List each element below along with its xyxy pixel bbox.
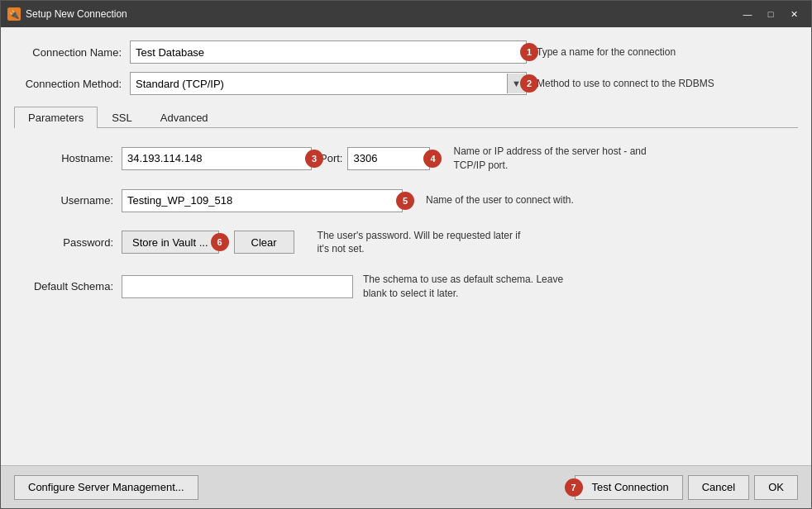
hostname-input-wrap: 3 — [122, 147, 312, 170]
close-button[interactable]: ✕ — [783, 5, 805, 23]
password-hint: The user's password. Will be requested l… — [318, 229, 524, 257]
hostname-hint: Name or IP address of the server host - … — [453, 145, 660, 173]
store-in-vault-button[interactable]: Store in Vault ... — [122, 231, 219, 254]
hostname-input[interactable] — [122, 147, 312, 170]
connection-method-row: Connection Method: Standard (TCP/IP) ▼ 2… — [14, 72, 798, 95]
badge-1: 1 — [520, 43, 538, 61]
hostname-port-group: 3 Port: 4 — [122, 147, 430, 170]
connection-method-select[interactable]: Standard (TCP/IP) — [130, 72, 527, 95]
badge-3: 3 — [305, 150, 323, 168]
port-input-wrap: 4 — [347, 147, 430, 170]
app-icon: 🔌 — [7, 7, 21, 21]
configure-server-button[interactable]: Configure Server Management... — [14, 475, 198, 500]
hostname-label: Hostname: — [14, 152, 122, 164]
schema-input-wrap — [122, 275, 353, 298]
badge-7: 7 — [565, 478, 583, 497]
connection-name-label: Connection Name: — [14, 46, 130, 59]
parameters-form: Hostname: 3 Port: 4 Name or IP address o… — [14, 145, 798, 309]
footer-right: 7 Test Connection Cancel OK — [575, 475, 799, 500]
dialog-footer: Configure Server Management... 7 Test Co… — [1, 465, 811, 508]
connection-method-select-wrap: Standard (TCP/IP) ▼ 2 — [130, 72, 527, 95]
tab-content-parameters: Hostname: 3 Port: 4 Name or IP address o… — [14, 138, 798, 452]
connection-method-label: Connection Method: — [14, 78, 130, 90]
badge-2: 2 — [520, 74, 538, 93]
hostname-row: Hostname: 3 Port: 4 Name or IP address o… — [14, 145, 798, 173]
username-hint: Name of the user to connect with. — [426, 193, 574, 207]
port-label: Port: — [320, 152, 342, 164]
connection-name-field-wrap: 1 — [130, 40, 527, 64]
tab-ssl[interactable]: SSL — [98, 107, 146, 128]
schema-input[interactable] — [122, 275, 353, 298]
tab-bar: Parameters SSL Advanced — [14, 107, 798, 128]
main-window: 🔌 Setup New Connection — □ ✕ Connection … — [0, 0, 812, 509]
minimize-button[interactable]: — — [737, 5, 758, 23]
badge-5: 5 — [396, 192, 414, 210]
username-input-wrap: 5 — [122, 189, 403, 212]
connection-name-row: Connection Name: 1 Type a name for the c… — [14, 40, 798, 64]
connection-name-hint: Type a name for the connection — [537, 45, 676, 59]
password-buttons: Store in Vault ... 6 Clear — [122, 231, 294, 254]
username-label: Username: — [14, 194, 122, 207]
title-bar: 🔌 Setup New Connection — □ ✕ — [1, 1, 811, 27]
cancel-button[interactable]: Cancel — [688, 475, 749, 500]
dialog-content: Connection Name: 1 Type a name for the c… — [1, 27, 811, 465]
clear-button[interactable]: Clear — [234, 231, 294, 254]
test-connection-wrap: 7 Test Connection — [575, 475, 683, 500]
window-controls: — □ ✕ — [737, 5, 805, 23]
schema-label: Default Schema: — [14, 280, 122, 293]
username-row: Username: 5 Name of the user to connect … — [14, 189, 798, 212]
schema-row: Default Schema: The schema to use as def… — [14, 273, 798, 301]
password-row: Password: Store in Vault ... 6 Clear The… — [14, 229, 798, 257]
tab-parameters[interactable]: Parameters — [14, 107, 98, 128]
maximize-button[interactable]: □ — [760, 5, 781, 23]
username-input[interactable] — [122, 189, 403, 212]
port-input[interactable] — [347, 147, 430, 170]
badge-4: 4 — [423, 150, 442, 168]
tab-advanced[interactable]: Advanced — [146, 107, 222, 128]
footer-left: Configure Server Management... — [14, 475, 575, 500]
password-label: Password: — [14, 236, 122, 249]
connection-name-input[interactable] — [130, 40, 527, 64]
ok-button[interactable]: OK — [754, 475, 798, 500]
badge-6: 6 — [211, 233, 229, 251]
store-btn-wrap: Store in Vault ... 6 — [122, 231, 219, 254]
schema-hint: The schema to use as default schema. Lea… — [363, 273, 570, 301]
window-title: Setup New Connection — [26, 8, 737, 20]
test-connection-button[interactable]: Test Connection — [575, 475, 683, 500]
connection-method-hint: Method to use to connect to the RDBMS — [537, 77, 714, 91]
